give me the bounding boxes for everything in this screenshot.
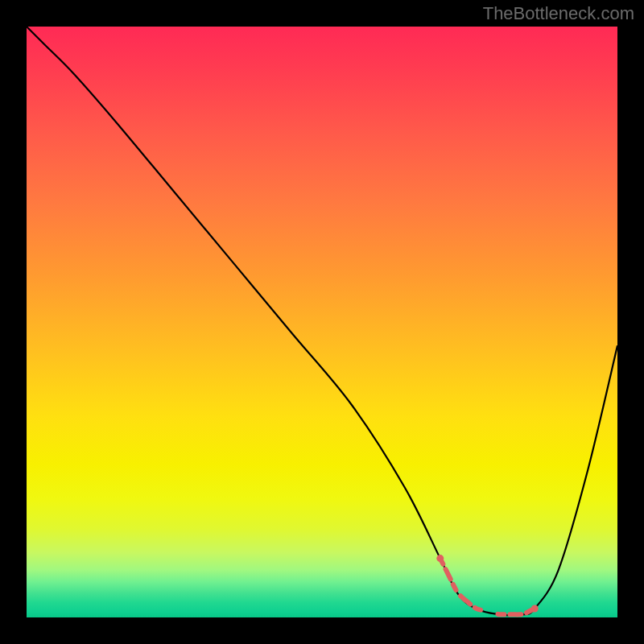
marker-dot-start [436, 555, 444, 562]
marker-dash [440, 559, 535, 615]
watermark-text: TheBottleneck.com [483, 3, 634, 24]
chart-svg [27, 27, 617, 617]
plot-area [27, 27, 617, 617]
marker-dot-end [531, 605, 539, 612]
marker-band [436, 555, 538, 614]
bottleneck-curve [27, 27, 617, 615]
